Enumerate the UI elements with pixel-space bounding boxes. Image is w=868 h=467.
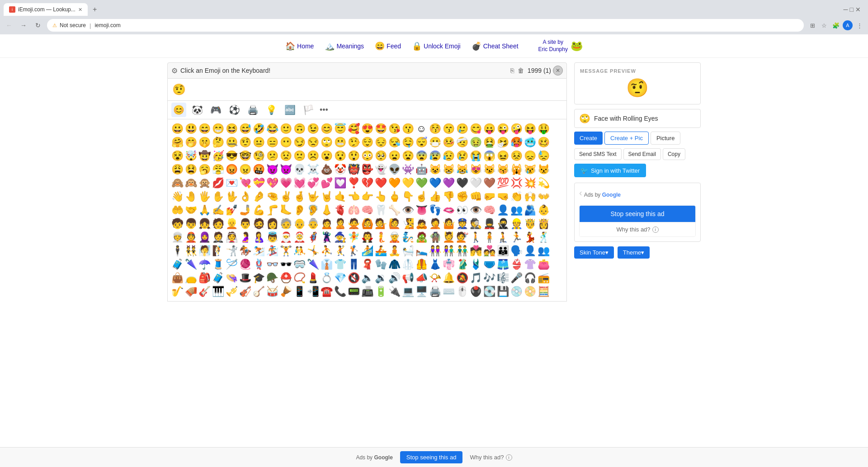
emoji-cell[interactable]: 😞 [523,149,537,163]
minimize-button[interactable]: ─ [844,6,848,13]
emoji-cell[interactable]: 🎹 [211,285,225,298]
emoji-cell[interactable]: 💁 [374,217,387,231]
emoji-cell[interactable]: 📱 [292,285,306,298]
emoji-cell[interactable]: 🙁 [292,149,306,163]
emoji-cell[interactable]: 💫 [537,176,550,190]
emoji-cell[interactable]: 🧵 [211,258,225,271]
emoji-cell[interactable]: ⛷️ [252,244,265,258]
emoji-cell[interactable]: 💚 [415,176,428,190]
emoji-cell[interactable]: 🎻 [238,285,252,298]
emoji-cell[interactable]: 🧠 [482,203,496,217]
emoji-cell[interactable]: 🎺 [225,285,238,298]
emoji-cell[interactable]: 🤐 [225,136,238,149]
trash-icon[interactable]: 🗑 [518,67,524,74]
emoji-cell[interactable]: 😱 [482,149,496,163]
emoji-cell[interactable]: 🧟 [415,231,428,244]
emoji-cell[interactable]: 🤑 [537,122,550,136]
emoji-cell[interactable]: 🧠 [360,203,374,217]
emoji-cell[interactable]: 😈 [265,163,279,176]
emoji-cell[interactable]: 🩲 [482,258,496,271]
emoji-cell[interactable]: 📠 [360,285,374,298]
emoji-cell[interactable]: 👇 [401,190,415,203]
emoji-cell[interactable]: 😕 [265,149,279,163]
emoji-cell[interactable]: 🥱 [198,163,211,176]
close-window-button[interactable]: ✕ [855,6,861,13]
back-button[interactable]: ← [4,20,14,31]
emoji-cell[interactable]: 🕶️ [279,258,292,271]
emoji-cell[interactable]: 👲 [184,231,198,244]
why-this-ad-bottom-button[interactable]: Why this ad? i [470,454,512,461]
emoji-cell[interactable]: 🧌 [428,231,442,244]
cat-animals[interactable]: 🐼 [190,103,205,117]
emoji-cell[interactable]: 🤛 [482,190,496,203]
emoji-cell[interactable]: 🥰 [347,122,360,136]
emoji-cell[interactable]: 🤗 [170,136,184,149]
cat-activities[interactable]: ⚽ [227,103,242,117]
emoji-cell[interactable]: 🥶 [523,136,537,149]
emoji-cell[interactable]: 😧 [401,149,415,163]
menu-icon[interactable]: ⋮ [854,20,864,30]
emoji-cell[interactable]: 😹 [455,163,469,176]
nav-meanings[interactable]: 🏔️ Meanings [325,41,364,51]
emoji-cell[interactable]: 🗣️ [509,244,523,258]
emoji-cell[interactable]: 🧘 [387,244,401,258]
emoji-cell[interactable]: 👽 [387,163,401,176]
emoji-cell[interactable]: 🙏 [198,203,211,217]
emoji-cell[interactable]: 🤒 [442,136,455,149]
emoji-cell[interactable]: 🤭 [184,136,198,149]
emoji-cell[interactable]: 🦴 [387,203,401,217]
emoji-cell[interactable]: 🕵️ [469,217,482,231]
emoji-cell[interactable]: 🏂 [265,244,279,258]
emoji-cell[interactable]: 💆 [442,231,455,244]
emoji-cell[interactable]: 🤸 [306,244,320,258]
extensions-icon[interactable]: ⊞ [807,20,817,30]
emoji-cell[interactable]: 🦸 [306,231,320,244]
emoji-cell[interactable]: 👁️ [401,203,415,217]
emoji-cell[interactable]: 📣 [415,271,428,285]
emoji-cell[interactable]: 👋 [170,190,184,203]
emoji-cell[interactable]: 👸 [537,217,550,231]
emoji-cell[interactable]: 😵 [170,149,184,163]
emoji-cell[interactable]: 🙂 [279,122,292,136]
emoji-cell[interactable]: 😠 [238,163,252,176]
emoji-cell[interactable]: 💑 [482,244,496,258]
emoji-cell[interactable]: 🤡 [333,163,347,176]
emoji-cell[interactable]: 😥 [442,149,455,163]
emoji-cell[interactable]: 🏌️ [347,244,360,258]
emoji-cell[interactable]: 🦻 [306,203,320,217]
emoji-cell[interactable]: 🫀 [333,203,347,217]
emoji-cell[interactable]: 🎩 [238,271,252,285]
emoji-cell[interactable]: 😎 [225,149,238,163]
emoji-cell[interactable]: ☝️ [415,190,428,203]
emoji-cell[interactable]: 👎 [442,190,455,203]
emoji-cell[interactable]: 😘 [387,122,401,136]
emoji-cell[interactable]: 💃 [523,231,537,244]
emoji-cell[interactable]: 🥽 [292,258,306,271]
emoji-cell[interactable]: 🧳 [170,258,184,271]
emoji-cell[interactable]: 📻 [537,271,550,285]
emoji-cell[interactable]: 🪡 [225,258,238,271]
emoji-cell[interactable]: 😛 [482,122,496,136]
emoji-cell[interactable]: 😜 [496,122,509,136]
emoji-cell[interactable]: 😍 [360,122,374,136]
emoji-cell[interactable]: 💥 [523,176,537,190]
sign-in-twitter-button[interactable]: 🐦 Sign in with Twitter [574,164,646,177]
emoji-cell[interactable]: 💄 [306,271,320,285]
emoji-cell[interactable]: 😺 [428,163,442,176]
emoji-cell[interactable]: 🧓 [279,217,292,231]
emoji-cell[interactable]: 👈 [347,190,360,203]
emoji-cell[interactable]: 🌂 [184,258,198,271]
emoji-cell[interactable]: 🤥 [347,136,360,149]
emoji-cell[interactable]: 🦶 [279,203,292,217]
emoji-cell[interactable]: 👱 [225,217,238,231]
emoji-cell[interactable]: 💙 [428,176,442,190]
emoji-cell[interactable]: 💗 [279,176,292,190]
emoji-cell[interactable]: 👜 [170,271,184,285]
emoji-cell[interactable]: 😴 [415,136,428,149]
emoji-cell[interactable]: 👘 [442,258,455,271]
emoji-cell[interactable]: 🧡 [387,176,401,190]
emoji-cell[interactable]: 💕 [320,176,333,190]
emoji-cell[interactable]: 🖱️ [455,285,469,298]
emoji-cell[interactable]: ☎️ [320,285,333,298]
emoji-cell[interactable]: ✋ [211,190,225,203]
